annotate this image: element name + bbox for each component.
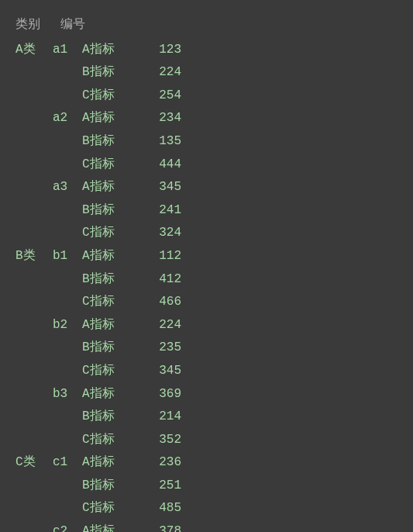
cell-value: 214: [139, 406, 181, 429]
cell-metric: C指标: [82, 429, 139, 452]
cell-value: 444: [139, 154, 181, 177]
cell-metric: A指标: [82, 39, 139, 62]
cell-id: a1: [53, 39, 82, 62]
cell-value: 324: [139, 222, 181, 245]
header-category: 类别: [15, 14, 53, 37]
cell-value: 345: [139, 176, 181, 199]
cell-id: b3: [53, 383, 82, 406]
cell-value: 251: [139, 475, 181, 498]
cell-metric: A指标: [82, 245, 139, 268]
table-row: B指标251: [15, 475, 398, 498]
table-row: a3A指标345: [15, 176, 398, 199]
cell-metric: C指标: [82, 154, 139, 177]
cell-metric: B指标: [82, 337, 139, 360]
cell-value: 224: [139, 61, 181, 85]
cell-metric: C指标: [82, 85, 139, 108]
cell-value: 254: [139, 85, 181, 108]
cell-metric: C指标: [82, 222, 139, 245]
cell-id: b1: [53, 245, 82, 268]
cell-id: b2: [53, 314, 82, 337]
cell-value: 234: [139, 107, 181, 130]
cell-value: 345: [139, 360, 181, 383]
table-row: C指标466: [15, 291, 398, 314]
table-row: B指标224: [15, 61, 398, 85]
cell-id: a3: [53, 176, 82, 199]
cell-value: 412: [139, 268, 181, 292]
cell-value: 235: [139, 337, 181, 360]
cell-metric: C指标: [82, 291, 139, 314]
table-row: b3A指标369: [15, 383, 398, 406]
cell-category: A类: [15, 39, 53, 62]
cell-metric: B指标: [82, 406, 139, 429]
table-row: C指标485: [15, 497, 398, 520]
cell-metric: A指标: [82, 383, 139, 406]
table-row: C指标324: [15, 222, 398, 245]
table-row: C指标254: [15, 85, 398, 108]
table-row: B指标235: [15, 337, 398, 360]
cell-metric: B指标: [82, 268, 139, 292]
cell-id: c2: [53, 520, 82, 532]
cell-metric: C指标: [82, 497, 139, 520]
cell-metric: A指标: [82, 107, 139, 130]
table-row: B指标214: [15, 406, 398, 429]
cell-metric: C指标: [82, 360, 139, 383]
cell-metric: A指标: [82, 520, 139, 532]
table-row: C类c1A指标236: [15, 451, 398, 475]
table-body: A类a1A指标123B指标224C指标254a2A指标234B指标135C指标4…: [15, 39, 398, 532]
cell-metric: A指标: [82, 314, 139, 337]
cell-metric: A指标: [82, 176, 139, 199]
cell-value: 112: [139, 245, 181, 268]
table-row: C指标444: [15, 154, 398, 177]
cell-category: B类: [15, 245, 53, 268]
cell-value: 485: [139, 497, 181, 520]
cell-value: 352: [139, 429, 181, 452]
table-row: c2A指标378: [15, 520, 398, 532]
table-row: a2A指标234: [15, 107, 398, 130]
cell-value: 224: [139, 314, 181, 337]
table-row: A类a1A指标123: [15, 39, 398, 62]
table-row: B指标241: [15, 199, 398, 223]
cell-metric: B指标: [82, 199, 139, 223]
table-row: C指标345: [15, 360, 398, 383]
table-row: B指标412: [15, 268, 398, 292]
table-row: C指标352: [15, 429, 398, 452]
cell-value: 135: [139, 130, 181, 154]
cell-category: C类: [15, 451, 53, 475]
table-row: B指标135: [15, 130, 398, 154]
cell-metric: A指标: [82, 451, 139, 475]
cell-id: c1: [53, 451, 82, 475]
table-row: b2A指标224: [15, 314, 398, 337]
cell-value: 466: [139, 291, 181, 314]
cell-value: 236: [139, 451, 181, 475]
cell-id: a2: [53, 107, 82, 130]
cell-value: 369: [139, 383, 181, 406]
table-row: B类b1A指标112: [15, 245, 398, 268]
cell-value: 123: [139, 39, 181, 62]
cell-value: 241: [139, 199, 181, 223]
cell-value: 378: [139, 520, 181, 532]
cell-metric: B指标: [82, 130, 139, 154]
header-id: 编号: [60, 14, 85, 37]
cell-metric: B指标: [82, 61, 139, 85]
table-header: 类别 编号: [15, 14, 398, 37]
cell-metric: B指标: [82, 475, 139, 498]
